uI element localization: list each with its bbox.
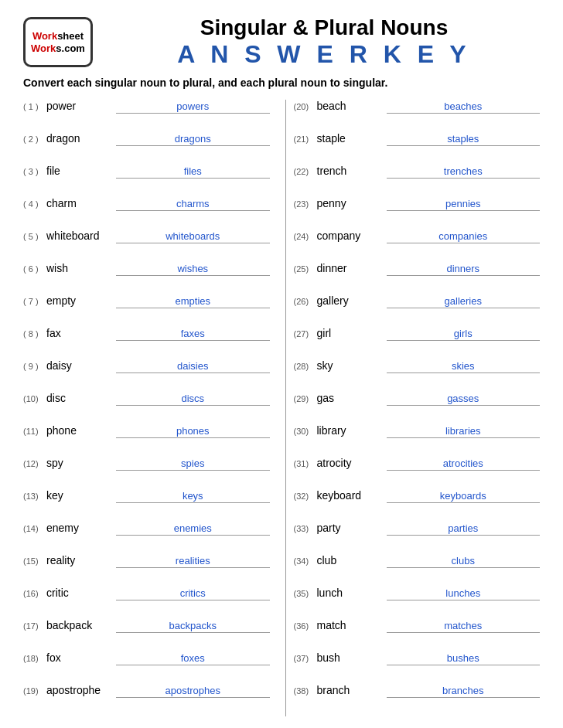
item-answer: pennies [387,198,541,211]
item-number: ( 9 ) [23,362,46,371]
item-number: (33) [294,524,317,533]
right-column: (20) beach beaches (21) staple staples (… [294,100,541,716]
item-answer-wrapper: libraries [387,425,541,438]
item-word: club [317,554,387,566]
item-answer: companies [387,230,541,243]
item-answer: enemies [116,522,270,536]
item-answer: parties [387,522,541,536]
item-number: (27) [294,329,317,338]
list-item: (16) critic critics [23,587,270,614]
item-word: empty [46,294,116,307]
item-number: (19) [23,686,46,696]
item-answer-wrapper: galleries [387,295,541,308]
item-word: power [46,100,116,112]
title-block: Singular & Plural Nouns A N S W E R K E … [108,15,540,69]
item-word: bush [317,651,387,664]
item-answer: dinners [387,263,541,276]
item-number: ( 8 ) [23,329,46,338]
item-number: (21) [294,134,317,144]
item-answer-wrapper: clubs [387,555,541,568]
item-answer-wrapper: skies [387,360,541,373]
list-item: (38) branch branches [294,684,541,712]
list-item: (35) lunch lunches [294,587,541,614]
item-word: gallery [317,294,387,307]
item-number: (26) [294,297,317,306]
list-item: (36) match matches [294,619,541,647]
item-word: dinner [317,262,387,274]
item-answer-wrapper: foxes [116,652,270,665]
item-number: ( 4 ) [23,199,46,209]
item-answer-wrapper: atrocities [387,458,541,471]
item-answer-wrapper: staples [387,133,541,146]
item-answer: discs [116,393,270,406]
item-word: backpack [46,619,116,631]
item-word: company [317,230,387,242]
item-number: (24) [294,232,317,241]
item-word: atrocity [317,457,387,469]
item-answer-wrapper: powers [116,100,270,114]
list-item: (22) trench trenches [294,165,541,192]
item-answer-wrapper: charms [116,198,270,211]
item-number: ( 5 ) [23,232,46,241]
item-word: wish [46,262,116,274]
item-answer: critics [116,587,270,600]
item-word: file [46,165,116,177]
list-item: (10) disc discs [23,392,270,420]
list-item: (26) gallery galleries [294,294,541,322]
list-item: ( 2 ) dragon dragons [23,132,270,160]
list-item: (24) company companies [294,230,541,257]
item-answer: gasses [387,393,541,406]
item-answer-wrapper: daisies [116,360,270,373]
item-answer: bushes [387,652,541,665]
item-word: gas [317,392,387,404]
item-answer-wrapper: keys [116,490,270,503]
item-answer: dragons [116,133,270,146]
item-answer: branches [387,685,541,698]
item-answer: charms [116,198,270,211]
item-number: ( 2 ) [23,134,46,144]
item-number: (12) [23,459,46,468]
item-answer: wishes [116,263,270,276]
item-answer: backpacks [116,620,270,633]
item-answer: daisies [116,360,270,373]
item-word: trench [317,165,387,177]
list-item: (13) key keys [23,489,270,517]
item-answer: files [116,165,270,179]
item-number: ( 7 ) [23,297,46,306]
item-word: key [46,489,116,502]
item-answer: skies [387,360,541,373]
item-answer-wrapper: gasses [387,393,541,406]
logo: Worksheet Works.com [23,17,93,67]
item-number: (25) [294,264,317,274]
content-columns: ( 1 ) power powers ( 2 ) dragon dragons … [23,100,540,716]
item-answer-wrapper: critics [116,587,270,600]
item-word: fax [46,327,116,339]
item-word: fox [46,651,116,664]
item-answer-wrapper: keyboards [387,490,541,503]
item-word: girl [317,327,387,339]
item-answer-wrapper: girls [387,328,541,341]
item-word: lunch [317,587,387,599]
list-item: (28) sky skies [294,359,541,387]
item-word: phone [46,424,116,437]
item-number: (22) [294,167,317,176]
item-number: (32) [294,492,317,501]
item-answer-wrapper: spies [116,458,270,471]
item-word: whiteboard [46,230,116,242]
list-item: ( 8 ) fax faxes [23,327,270,355]
item-answer-wrapper: branches [387,685,541,698]
item-number: (11) [23,427,46,436]
item-number: (14) [23,524,46,533]
item-number: (17) [23,621,46,631]
item-answer: keys [116,490,270,503]
item-answer: phones [116,425,270,438]
item-answer: beaches [387,100,541,114]
list-item: (12) spy spies [23,457,270,485]
list-item: (21) staple staples [294,132,541,160]
item-answer-wrapper: dragons [116,133,270,146]
subtitle: A N S W E R K E Y [108,40,540,69]
item-answer: atrocities [387,458,541,471]
item-answer-wrapper: realities [116,555,270,568]
item-word: keyboard [317,489,387,502]
item-word: disc [46,392,116,404]
